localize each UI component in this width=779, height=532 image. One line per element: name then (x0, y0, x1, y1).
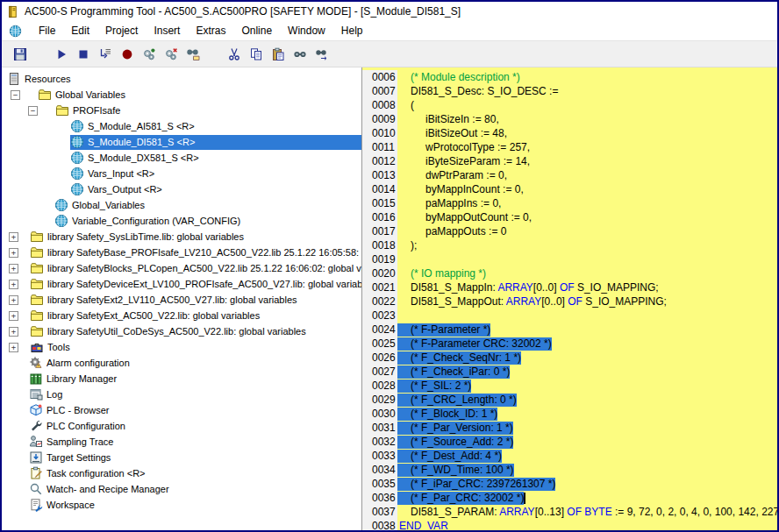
tree-item-content: Log (29, 387, 361, 402)
code-line-0029[interactable]: 0029(* F_CRC_Length: 0 *) (362, 393, 777, 407)
find-button[interactable] (290, 45, 310, 64)
code-line-0028[interactable]: 0028(* F_SIL: 2 *) (362, 379, 777, 393)
gears-red-button[interactable] (161, 45, 181, 64)
line-number: 0015 (362, 196, 397, 210)
menu-item-help[interactable]: Help (333, 23, 371, 39)
code-line-0009[interactable]: 0009iBitSizeIn := 80, (362, 112, 777, 126)
step-button[interactable] (96, 45, 115, 64)
code-line-0032[interactable]: 0032(* F_Source_Add: 2 *) (362, 435, 777, 449)
tree-item-plc-configuration[interactable]: PLC Configuration (2, 418, 361, 434)
menu-item-insert[interactable]: Insert (146, 23, 188, 39)
tree-item-target-settings[interactable]: Target Settings (2, 450, 361, 465)
code-line-0010[interactable]: 0010iBitSizeOut := 48, (362, 126, 777, 140)
code-line-0019[interactable]: 0019 (362, 252, 777, 266)
code-line-0016[interactable]: 0016byMappOutCount := 0, (362, 210, 777, 224)
code-line-0031[interactable]: 0031(* F_Par_Version: 1 *) (362, 421, 777, 435)
tree-item-plc-browser[interactable]: PLC - Browser (2, 402, 361, 418)
tree-item-task-configuration-r[interactable]: Task configuration <R> (2, 465, 361, 481)
tree-item-variable-configuration-var-config[interactable]: Variable_Configuration (VAR_CONFIG) (2, 213, 361, 229)
expand-toggle-icon[interactable]: + (9, 280, 18, 289)
code-line-0037[interactable]: 0037DI581_S_PARAM: ARRAY[0..13] OF BYTE … (362, 505, 777, 519)
comment-text: (* F-Parameter CRC: 32002 *) (411, 337, 552, 350)
code-line-0007[interactable]: 0007DI581_S_Desc: S_IO_DESC := (362, 84, 777, 98)
tree-item-library-safetyext-ac500-v22-lib-global-variables[interactable]: +library SafetyExt_AC500_V22.lib: global… (2, 308, 361, 323)
copy-button[interactable] (247, 45, 266, 64)
tree-item-global-variables[interactable]: Global_Variables (2, 197, 361, 213)
menu-item-extras[interactable]: Extras (188, 23, 233, 39)
menu-item-window[interactable]: Window (280, 23, 333, 39)
expand-toggle-icon[interactable]: + (9, 248, 18, 258)
code-line-0013[interactable]: 0013dwPtrParam := 0, (362, 168, 777, 182)
expand-toggle-icon[interactable]: + (9, 295, 18, 305)
gears-green-button[interactable] (139, 45, 159, 64)
stop-button[interactable] (74, 45, 93, 64)
menu-item-edit[interactable]: Edit (63, 23, 97, 39)
code-line-0021[interactable]: 0021DI581_S_MappIn: ARRAY[0..0] OF S_IO_… (362, 280, 777, 294)
tree-item-global-variables[interactable]: −Global Variables (2, 87, 361, 103)
tree-item-tools[interactable]: +Tools (2, 339, 361, 355)
paste-button[interactable] (268, 45, 288, 64)
tree-item-library-safetydeviceext-lv100-profisafe-ac500-v27-lib-global-variables[interactable]: +library SafetyDeviceExt_LV100_PROFIsafe… (2, 276, 361, 292)
tree-item-library-manager[interactable]: Library Manager (2, 371, 361, 387)
menu-item-file[interactable]: File (31, 23, 63, 39)
tree-item-library-safetyext2-lv110-ac500-v27-lib-global-variables[interactable]: +library SafetyExt2_LV110_AC500_V27.lib:… (2, 292, 361, 308)
code-line-0014[interactable]: 0014byMappInCount := 0, (362, 182, 777, 196)
find-in-project-button[interactable] (183, 45, 203, 64)
code-line-0022[interactable]: 0022DI581_S_MappOut: ARRAY[0..0] OF S_IO… (362, 294, 777, 309)
main-area: Resources−Global Variables−PROFIsafeS_Mo… (2, 67, 777, 532)
code-line-0035[interactable]: 0035(* F_iPar_CRC: 2397261307 *) (362, 477, 777, 491)
tree-item-s-module-ai581-s-r[interactable]: S_Module_AI581_S <R> (2, 118, 361, 134)
tree-item-library-safetyutil-codesys-ac500-v22-lib-global-variables[interactable]: +library SafetyUtil_CoDeSys_AC500_V22.li… (2, 323, 361, 339)
code-line-0006[interactable]: 0006(* Module description *) (362, 70, 777, 84)
tree-item-library-safetyblocks-plcopen-ac500-v22-lib-25-1-22-16-06-02-global-variables[interactable]: +library SafetyBlocks_PLCopen_AC500_V22.… (2, 260, 361, 276)
code-line-0034[interactable]: 0034(* F_WD_Time: 100 *) (362, 463, 777, 477)
tree-item-resources[interactable]: Resources (2, 71, 361, 87)
code-text: DI581_S_PARAM: ARRAY[0..13] OF BYTE := 9… (397, 506, 777, 519)
code-line-0017[interactable]: 0017paMappOuts := 0 (362, 224, 777, 238)
tree-item-workspace[interactable]: Workspace (2, 497, 361, 513)
code-line-0023[interactable]: 0023 (362, 309, 777, 323)
tree-item-sampling-trace[interactable]: Sampling Trace (2, 434, 361, 450)
tree-item-profisafe[interactable]: −PROFIsafe (2, 103, 361, 118)
declaration-editor[interactable]: 0006(* Module description *)0007DI581_S_… (362, 67, 777, 532)
tree-item-vars-input-r[interactable]: Vars_Input <R> (2, 166, 361, 181)
tree-item-watch-and-recipe-manager[interactable]: Watch- and Recipe Manager (2, 481, 361, 497)
code-line-0015[interactable]: 0015paMappIns := 0, (362, 196, 777, 210)
code-line-0036[interactable]: 0036(* F_Par_CRC: 32002 *) (362, 491, 777, 505)
code-line-0012[interactable]: 0012iByteSizeParam := 14, (362, 154, 777, 168)
expand-toggle-icon[interactable]: + (9, 311, 18, 321)
tree-item-s-module-di581-s-r[interactable]: S_Module_DI581_S <R> (2, 134, 361, 150)
code-line-0038[interactable]: 0038END_VAR (362, 519, 777, 532)
code-line-0018[interactable]: 0018); (362, 238, 777, 252)
save-button[interactable] (11, 45, 30, 64)
collapse-toggle-icon[interactable]: − (28, 106, 38, 116)
tree-item-content: PLC Configuration (29, 419, 361, 434)
expand-toggle-icon[interactable]: + (9, 343, 18, 352)
code-line-0011[interactable]: 0011wProtocolType := 257, (362, 140, 777, 154)
tree-item-vars-output-r[interactable]: Vars_Output <R> (2, 181, 361, 197)
tree-item-alarm-configuration[interactable]: Alarm configuration (2, 355, 361, 371)
expand-toggle-icon[interactable]: + (9, 327, 18, 337)
breakpoint-button[interactable] (118, 45, 137, 64)
expand-toggle-icon[interactable]: + (9, 264, 18, 273)
cut-button[interactable] (225, 45, 244, 64)
menu-item-online[interactable]: Online (233, 23, 280, 39)
code-line-0030[interactable]: 0030(* F_Block_ID: 1 *) (362, 407, 777, 421)
code-line-0020[interactable]: 0020(* IO mapping *) (362, 266, 777, 280)
line-number: 0036 (362, 491, 397, 505)
code-line-0008[interactable]: 0008( (362, 98, 777, 112)
menu-item-project[interactable]: Project (97, 23, 146, 39)
run-button[interactable] (52, 45, 71, 64)
code-line-0026[interactable]: 0026(* F_Check_SeqNr: 1 *) (362, 351, 777, 365)
code-line-0024[interactable]: 0024(* F-Parameter *) (362, 323, 777, 337)
tree-item-s-module-dx581-s-r[interactable]: S_Module_DX581_S <R> (2, 150, 361, 166)
tree-item-log[interactable]: Log (2, 387, 361, 402)
code-line-0027[interactable]: 0027(* F_Check_iPar: 0 *) (362, 365, 777, 379)
find-next-button[interactable] (312, 45, 332, 64)
collapse-toggle-icon[interactable]: − (11, 90, 20, 100)
expand-toggle-icon[interactable]: + (9, 232, 18, 242)
code-line-0033[interactable]: 0033(* F_Dest_Add: 4 *) (362, 449, 777, 463)
tree-item-library-safetybase-profisafe-lv210-ac500-v22-lib-25-1-22-16-05-58-global-variables[interactable]: +library SafetyBase_PROFIsafe_LV210_AC50… (2, 245, 361, 260)
tree-item-library-safety-syslibtime-lib-global-variables[interactable]: +library Safety_SysLibTime.lib: global v… (2, 229, 361, 245)
code-line-0025[interactable]: 0025(* F-Parameter CRC: 32002 *) (362, 337, 777, 351)
